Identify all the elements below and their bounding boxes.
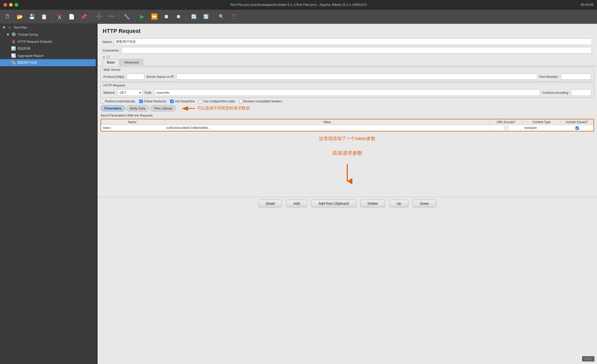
maximize-button[interactable] bbox=[15, 3, 18, 7]
arrow-right-icon bbox=[180, 106, 195, 111]
use-keepalive-checkbox[interactable] bbox=[170, 100, 174, 103]
sidebar-item-http-defaults[interactable]: ✂️ HTTP Request Defaults bbox=[0, 38, 96, 45]
path-label: Path: bbox=[145, 91, 152, 95]
port-input[interactable] bbox=[561, 74, 591, 80]
redirect-auto-checkbox-label[interactable]: Redirect Automatically bbox=[101, 100, 135, 103]
follow-redirects-checkbox[interactable] bbox=[139, 100, 143, 103]
collapse-button[interactable]: ▲ bbox=[103, 55, 105, 58]
cell-include-equals bbox=[561, 125, 593, 131]
panel-title: HTTP Request bbox=[98, 24, 597, 37]
method-select[interactable]: GET POST PUT DELETE HEAD OPTIONS PATCH bbox=[117, 89, 143, 96]
http-request-label: HTTP Request bbox=[101, 83, 594, 88]
down-button[interactable]: Down bbox=[412, 200, 436, 207]
tab-parameters[interactable]: Parameters bbox=[101, 105, 125, 111]
product-list-icon: 📊 bbox=[11, 46, 16, 51]
tabs-row: Basic Advanced bbox=[98, 59, 597, 66]
stop-remote-button[interactable]: ⏺ bbox=[173, 11, 184, 22]
title-bar: Test Plan.jmx (/usr/local/apache-jmeter-… bbox=[0, 0, 597, 10]
save-as-button[interactable]: 📋 bbox=[38, 11, 50, 22]
aggregate-icon: 📈 bbox=[11, 53, 16, 58]
search-toolbar-button[interactable]: 🔍 bbox=[216, 11, 227, 22]
use-multipart-checkbox[interactable] bbox=[199, 100, 202, 103]
expand-icon: ▼ bbox=[2, 25, 6, 30]
col-name: Name: bbox=[101, 119, 164, 125]
follow-redirects-label: Follow Redirects bbox=[144, 100, 166, 103]
sidebar-item-label-5: Aggregate Report bbox=[17, 54, 43, 58]
remove-button-toolbar[interactable]: ➖ bbox=[106, 11, 117, 22]
browser-compat-checkbox-label[interactable]: Browser-compatible headers bbox=[239, 100, 282, 103]
test-plan-icon: 🔺 bbox=[7, 25, 12, 30]
paste-button[interactable]: 📌 bbox=[78, 11, 89, 22]
redirect-auto-checkbox[interactable] bbox=[101, 100, 104, 103]
get-user-info-icon: ✏️ bbox=[11, 60, 16, 65]
follow-redirects-checkbox-label[interactable]: Follow Redirects bbox=[139, 100, 166, 103]
sub-tabs: Parameters Body Data Files Upload bbox=[101, 105, 176, 111]
port-label: Port Number: bbox=[539, 75, 559, 79]
add-from-clipboard-button[interactable]: Add from Clipboard bbox=[311, 200, 356, 207]
server-input[interactable] bbox=[176, 74, 537, 80]
name-input[interactable] bbox=[114, 38, 592, 45]
toolbar-separator-4 bbox=[134, 12, 134, 21]
sidebar-item-aggregate-report[interactable]: 📈 Aggregate Report bbox=[0, 52, 96, 59]
table-row[interactable]: token ec66191bcd4b467c98bd1b96e... text/… bbox=[101, 125, 593, 131]
cell-url-encode bbox=[490, 125, 523, 131]
run-button[interactable]: ▶ bbox=[136, 11, 148, 22]
sub-tabs-annotation-row: Parameters Body Data Files Upload 可 bbox=[98, 104, 597, 112]
spacer bbox=[98, 187, 597, 197]
sidebar-item-test-plan[interactable]: ▼ 🔺 Test Plan bbox=[0, 24, 96, 31]
url-encode-checkbox[interactable] bbox=[505, 126, 508, 130]
path-input[interactable] bbox=[154, 89, 540, 96]
stop-button[interactable]: ⏹ bbox=[161, 11, 172, 22]
protocol-label: Protocol [http]: bbox=[103, 75, 125, 79]
detail-button[interactable]: Detail bbox=[258, 200, 282, 207]
web-server-section: Web Server Protocol [http]: Server Name … bbox=[101, 67, 594, 81]
browser-compat-label: Browser-compatible headers bbox=[244, 100, 282, 103]
use-multipart-checkbox-label[interactable]: Use multipart/form-data bbox=[199, 100, 235, 103]
checkboxes-row: Redirect Automatically Follow Redirects … bbox=[98, 99, 597, 104]
traffic-lights bbox=[4, 3, 18, 7]
tab-basic[interactable]: Basic bbox=[103, 59, 119, 66]
timer: 00:00:06 bbox=[581, 3, 593, 7]
sidebar-item-label-3: HTTP Request Defaults bbox=[17, 40, 52, 43]
sidebar-item-get-user-info[interactable]: ✏️ 获取用户信息 bbox=[0, 59, 96, 66]
tab-body-data[interactable]: Body Data bbox=[126, 105, 149, 111]
clear-button[interactable]: 🔄 bbox=[188, 11, 199, 22]
open-button[interactable]: 📂 bbox=[14, 11, 25, 22]
tab-files-upload[interactable]: Files Upload bbox=[150, 105, 176, 111]
clear-all-button[interactable]: 🔃 bbox=[200, 11, 212, 22]
http-request-panel: HTTP Request Name: Comments: ▲ ⣿⣿ Basic … bbox=[98, 24, 597, 364]
copy-button[interactable]: 📄 bbox=[66, 11, 77, 22]
protocol-input[interactable] bbox=[127, 74, 144, 80]
col-include-equals: Include Equals? bbox=[561, 119, 593, 125]
sidebar-item-thread-group[interactable]: ▼ ⚙️ Thread Group bbox=[0, 31, 96, 38]
delete-button[interactable]: Delete bbox=[360, 200, 385, 207]
redirect-auto-label: Redirect Automatically bbox=[105, 100, 135, 103]
minimize-button[interactable] bbox=[9, 3, 13, 7]
configure-button[interactable]: 🔧 bbox=[121, 11, 132, 22]
new-button[interactable]: 🗒 bbox=[2, 11, 13, 22]
name-row: Name: bbox=[98, 37, 597, 46]
browser-compat-checkbox[interactable] bbox=[239, 100, 243, 103]
close-button[interactable] bbox=[4, 3, 7, 7]
comments-input[interactable] bbox=[121, 47, 592, 54]
help-button[interactable]: ❓ bbox=[228, 11, 239, 22]
method-path-row: Method: GET POST PUT DELETE HEAD OPTIONS… bbox=[103, 89, 591, 96]
encoding-label: Content encoding: bbox=[542, 91, 569, 95]
cut-button[interactable]: ✂️ bbox=[54, 11, 65, 22]
run-remote-button[interactable]: ⏩ bbox=[149, 11, 160, 22]
sidebar-item-label-4: 商品列表 bbox=[17, 46, 31, 51]
add-row-button[interactable]: Add bbox=[286, 200, 307, 207]
col-value: Value bbox=[164, 119, 490, 125]
include-equals-checkbox[interactable] bbox=[576, 126, 579, 130]
use-keepalive-label: Use KeepAlive bbox=[175, 100, 195, 103]
sidebar-item-label-6: 获取用户信息 bbox=[17, 60, 37, 65]
sidebar-item-product-list[interactable]: 📊 商品列表 bbox=[0, 45, 96, 52]
use-keepalive-checkbox-label[interactable]: Use KeepAlive bbox=[170, 100, 195, 103]
tab-advanced[interactable]: Advanced bbox=[120, 59, 143, 65]
save-button[interactable]: 💾 bbox=[26, 11, 37, 22]
add-button-toolbar[interactable]: ➕ bbox=[94, 11, 105, 22]
encoding-input[interactable] bbox=[571, 89, 591, 96]
collapse-area: ▲ ⣿⣿ bbox=[98, 55, 597, 59]
up-button[interactable]: Up bbox=[389, 200, 408, 207]
web-server-content: Protocol [http]: Server Name or IP: Port… bbox=[101, 72, 594, 81]
